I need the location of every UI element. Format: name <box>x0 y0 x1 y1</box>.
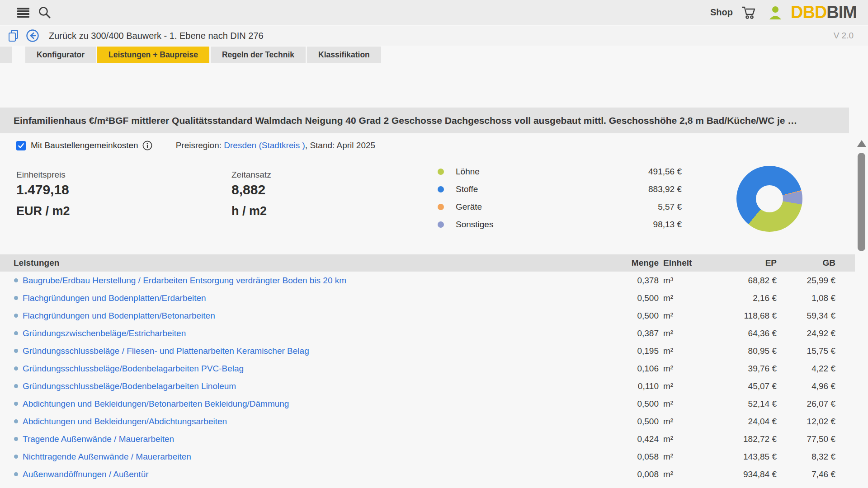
col-menge: Menge <box>579 254 659 272</box>
table-row: Baugrube/Erdbau Herstellung / Erdarbeite… <box>0 272 855 289</box>
row-einheit: m² <box>663 413 673 430</box>
row-bullet-icon <box>14 349 18 353</box>
table-row: Flachgründungen und Bodenplatten/Betonar… <box>0 307 855 324</box>
row-ep: 182,72 € <box>705 430 777 448</box>
scrollbar-up-arrow-icon[interactable] <box>857 140 866 147</box>
row-bullet-icon <box>14 366 18 371</box>
row-menge: 0,500 <box>579 413 659 430</box>
search-icon[interactable] <box>38 6 51 19</box>
row-gb: 12,02 € <box>769 413 835 430</box>
col-ep: EP <box>705 254 777 272</box>
legend-item-loehne: Löhne 491,56 € <box>438 163 682 180</box>
row-menge: 0,110 <box>579 377 659 395</box>
legend-item-geraete: Geräte 5,57 € <box>438 198 682 216</box>
topbar-right: Shop DBDBIM <box>710 0 857 25</box>
row-menge: 0,058 <box>579 448 659 465</box>
legend-value: 491,56 € <box>648 167 682 177</box>
row-menge: 0,378 <box>579 272 659 289</box>
tab-strip: Konfigurator Leistungen + Baupreise Rege… <box>0 47 382 63</box>
row-link[interactable]: Flachgründungen und Bodenplatten/Erdarbe… <box>23 289 206 307</box>
row-einheit: m² <box>663 324 673 342</box>
legend-value: 98,13 € <box>653 220 682 230</box>
preisregion-link[interactable]: Dresden (Stadtkreis ) <box>224 141 305 150</box>
row-bullet-icon <box>14 455 18 459</box>
checkbox-label: Mit Baustellengemeinkosten <box>31 141 138 150</box>
row-link[interactable]: Gründungsschlussbeläge/Bodenbelagarbeite… <box>23 377 236 395</box>
copy-icon[interactable] <box>8 29 20 42</box>
row-gb: 77,50 € <box>769 430 835 448</box>
row-einheit: m² <box>663 377 673 395</box>
row-ep: 80,95 € <box>705 342 777 360</box>
legend-label: Geräte <box>456 202 482 212</box>
row-bullet-icon <box>14 314 18 318</box>
options-row: Mit Baustellengemeinkosten Preisregion: … <box>16 138 375 153</box>
legend-dot-sonstiges <box>438 221 444 228</box>
table-row: Abdichtungen und Bekleidungen/Abdichtung… <box>0 413 855 430</box>
row-link[interactable]: Abdichtungen und Bekleidungen/Abdichtung… <box>23 413 227 430</box>
row-link[interactable]: Nichttragende Außenwände / Mauerarbeiten <box>23 448 191 465</box>
back-icon[interactable] <box>26 29 39 42</box>
row-bullet-icon <box>14 472 18 476</box>
row-ep: 45,07 € <box>705 377 777 395</box>
scrollbar-thumb[interactable] <box>858 153 865 251</box>
preisregion-suffix: , Stand: April 2025 <box>305 141 375 150</box>
table-row: Gründungsschlussbeläge/Bodenbelagarbeite… <box>0 360 855 377</box>
row-menge: 0,195 <box>579 342 659 360</box>
preisregion-label: Preisregion: <box>176 141 224 150</box>
row-bullet-icon <box>14 331 18 335</box>
breadcrumb[interactable]: Zurück zu 300/400 Bauwerk - 1. Ebene nac… <box>49 31 264 41</box>
row-einheit: m² <box>663 342 673 360</box>
row-menge: 0,424 <box>579 430 659 448</box>
tab-leistungen-baupreise[interactable]: Leistungen + Baupreise <box>97 47 209 63</box>
row-link[interactable]: Gründungsschlussbeläge / Fliesen- und Pl… <box>23 342 309 360</box>
row-ep: 52,14 € <box>705 395 777 413</box>
table-header: Leistungen Menge Einheit EP GB <box>0 254 855 272</box>
row-link[interactable]: Tragende Außenwände / Mauerarbeiten <box>23 430 174 448</box>
row-bullet-icon <box>14 278 18 282</box>
row-einheit: m² <box>663 465 673 483</box>
row-einheit: m² <box>663 448 673 465</box>
table-row: Flachgründungen und Bodenplatten/Erdarbe… <box>0 289 855 307</box>
row-ep: 64,36 € <box>705 324 777 342</box>
logo-bim: BIM <box>826 3 857 22</box>
row-bullet-icon <box>14 384 18 388</box>
info-icon[interactable] <box>142 141 152 150</box>
menu-icon[interactable] <box>17 8 29 18</box>
baustellengemeinkosten-checkbox[interactable] <box>16 141 26 150</box>
row-link[interactable]: Gründungsschlussbeläge/Bodenbelagarbeite… <box>23 360 244 377</box>
row-menge: 0,106 <box>579 360 659 377</box>
row-link[interactable]: Baugrube/Erdbau Herstellung / Erdarbeite… <box>23 272 346 289</box>
table-row: Gründungsschlussbeläge/Bodenbelagarbeite… <box>0 377 855 395</box>
col-gb: GB <box>769 254 835 272</box>
row-link[interactable]: Flachgründungen und Bodenplatten/Betonar… <box>23 307 215 324</box>
row-gb: 59,34 € <box>769 307 835 324</box>
shop-link[interactable]: Shop <box>710 7 733 18</box>
row-einheit: m² <box>663 360 673 377</box>
user-icon[interactable] <box>767 5 783 20</box>
zeitansatz-value: 8,882 <box>231 182 265 197</box>
table-row-partial: m² <box>0 483 855 488</box>
tab-konfigurator[interactable]: Konfigurator <box>25 47 96 63</box>
version-label: V 2.0 <box>834 31 854 41</box>
tab-regeln-der-technik[interactable]: Regeln der Technik <box>211 47 306 63</box>
col-einheit: Einheit <box>663 254 692 272</box>
cart-icon[interactable] <box>741 5 756 20</box>
legend-label: Löhne <box>456 167 480 177</box>
row-link[interactable]: Gründungszwischenbeläge/Estricharbeiten <box>23 324 186 342</box>
row-einheit: m² <box>663 289 673 307</box>
row-link[interactable]: Abdichtungen und Bekleidungen/Betonarbei… <box>23 395 289 413</box>
row-gb: 8,32 € <box>769 448 835 465</box>
row-einheit: m² <box>663 307 673 324</box>
row-bullet-icon <box>14 437 18 441</box>
tab-strip-spacer <box>0 47 12 63</box>
page-title: Einfamilienhaus €/m²BGF mittlerer Qualit… <box>0 108 849 133</box>
row-einheit: m² <box>663 483 673 488</box>
row-ep: 2,16 € <box>705 289 777 307</box>
legend-label: Sonstiges <box>456 220 493 230</box>
tab-klassifikation[interactable]: Klassifikation <box>307 47 381 63</box>
row-bullet-icon <box>14 419 18 423</box>
row-link[interactable]: Außenwandöffnungen / Außentür <box>23 465 149 483</box>
row-gb: 24,92 € <box>769 324 835 342</box>
legend-dot-stoffe <box>438 186 444 192</box>
row-gb: 26,07 € <box>769 395 835 413</box>
